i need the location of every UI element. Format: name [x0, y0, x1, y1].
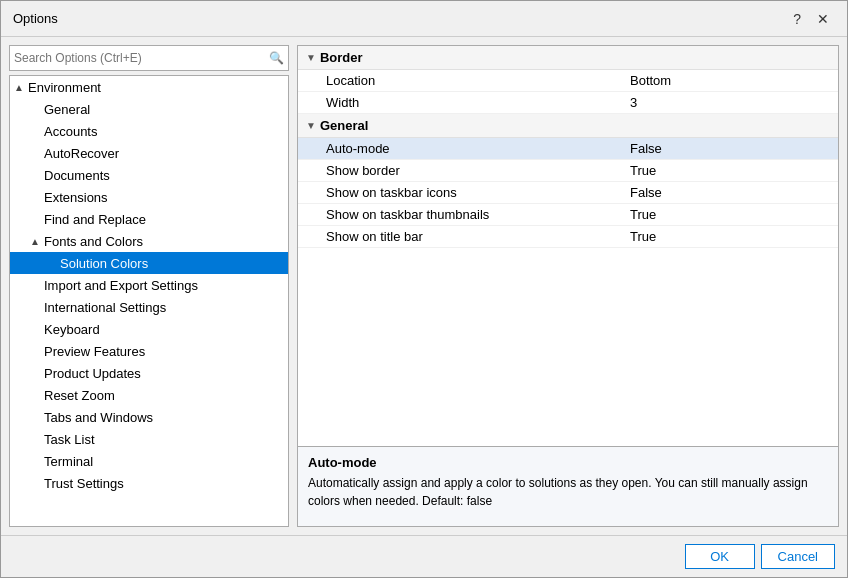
description-area: Auto-mode Automatically assign and apply… [297, 447, 839, 527]
prop-row-auto-mode[interactable]: Auto-modeFalse [298, 138, 838, 160]
prop-name-show-title-bar: Show on title bar [326, 229, 630, 244]
prop-value-show-taskbar-icons: False [630, 185, 830, 200]
left-panel: 🔍 ▲EnvironmentGeneralAccountsAutoRecover… [9, 45, 289, 527]
prop-value-location: Bottom [630, 73, 830, 88]
prop-name-show-border: Show border [326, 163, 630, 178]
tree-label-intl-settings: International Settings [44, 300, 166, 315]
prop-name-width: Width [326, 95, 630, 110]
tree-item-intl-settings[interactable]: International Settings [10, 296, 288, 318]
tree-item-product-updates[interactable]: Product Updates [10, 362, 288, 384]
prop-row-show-border[interactable]: Show borderTrue [298, 160, 838, 182]
close-button[interactable]: ✕ [811, 9, 835, 29]
tree-item-trust-settings[interactable]: Trust Settings [10, 472, 288, 494]
tree-label-preview-features: Preview Features [44, 344, 145, 359]
tree-label-general: General [44, 102, 90, 117]
tree-label-trust-settings: Trust Settings [44, 476, 124, 491]
tree-label-product-updates: Product Updates [44, 366, 141, 381]
tree-label-documents: Documents [44, 168, 110, 183]
prop-value-show-taskbar-thumbnails: True [630, 207, 830, 222]
section-toggle-general: ▼ [306, 120, 316, 131]
prop-name-location: Location [326, 73, 630, 88]
description-title: Auto-mode [308, 455, 828, 470]
prop-row-show-title-bar[interactable]: Show on title barTrue [298, 226, 838, 248]
tree-item-find-replace[interactable]: Find and Replace [10, 208, 288, 230]
ok-button[interactable]: OK [685, 544, 755, 569]
tree-item-tabs-windows[interactable]: Tabs and Windows [10, 406, 288, 428]
tree-item-keyboard[interactable]: Keyboard [10, 318, 288, 340]
prop-section-general[interactable]: ▼General [298, 114, 838, 138]
prop-value-width: 3 [630, 95, 830, 110]
prop-value-show-border: True [630, 163, 830, 178]
tree-item-fonts-colors[interactable]: ▲Fonts and Colors [10, 230, 288, 252]
tree-container: ▲EnvironmentGeneralAccountsAutoRecoverDo… [9, 75, 289, 527]
title-controls: ? ✕ [787, 9, 835, 29]
footer: OK Cancel [1, 535, 847, 577]
prop-name-show-taskbar-thumbnails: Show on taskbar thumbnails [326, 207, 630, 222]
tree-label-accounts: Accounts [44, 124, 97, 139]
right-panel: ▼BorderLocationBottomWidth3▼GeneralAuto-… [297, 45, 839, 527]
tree-item-preview-features[interactable]: Preview Features [10, 340, 288, 362]
cancel-button[interactable]: Cancel [761, 544, 835, 569]
prop-name-show-taskbar-icons: Show on taskbar icons [326, 185, 630, 200]
tree-item-solution-colors[interactable]: Solution Colors [10, 252, 288, 274]
prop-section-border[interactable]: ▼Border [298, 46, 838, 70]
tree-item-import-export[interactable]: Import and Export Settings [10, 274, 288, 296]
tree-label-keyboard: Keyboard [44, 322, 100, 337]
prop-row-location[interactable]: LocationBottom [298, 70, 838, 92]
tree-label-import-export: Import and Export Settings [44, 278, 198, 293]
prop-value-auto-mode: False [630, 141, 830, 156]
tree-item-terminal[interactable]: Terminal [10, 450, 288, 472]
title-bar: Options ? ✕ [1, 1, 847, 37]
tree-label-terminal: Terminal [44, 454, 93, 469]
options-dialog: Options ? ✕ 🔍 ▲EnvironmentGeneralAccount… [0, 0, 848, 578]
description-text: Automatically assign and apply a color t… [308, 474, 828, 510]
section-toggle-border: ▼ [306, 52, 316, 63]
tree-toggle-fonts-colors: ▲ [30, 236, 42, 247]
prop-row-show-taskbar-thumbnails[interactable]: Show on taskbar thumbnailsTrue [298, 204, 838, 226]
tree-item-accounts[interactable]: Accounts [10, 120, 288, 142]
tree-label-extensions: Extensions [44, 190, 108, 205]
tree-label-tabs-windows: Tabs and Windows [44, 410, 153, 425]
search-icon: 🔍 [269, 51, 284, 65]
main-content: 🔍 ▲EnvironmentGeneralAccountsAutoRecover… [1, 37, 847, 535]
tree-label-task-list: Task List [44, 432, 95, 447]
tree-item-autorecover[interactable]: AutoRecover [10, 142, 288, 164]
tree-item-task-list[interactable]: Task List [10, 428, 288, 450]
prop-value-show-title-bar: True [630, 229, 830, 244]
search-input[interactable] [14, 51, 269, 65]
properties-area: ▼BorderLocationBottomWidth3▼GeneralAuto-… [297, 45, 839, 447]
section-name-general: General [320, 118, 368, 133]
tree-item-documents[interactable]: Documents [10, 164, 288, 186]
tree-label-find-replace: Find and Replace [44, 212, 146, 227]
tree-item-general[interactable]: General [10, 98, 288, 120]
section-name-border: Border [320, 50, 363, 65]
tree-label-fonts-colors: Fonts and Colors [44, 234, 143, 249]
prop-row-show-taskbar-icons[interactable]: Show on taskbar iconsFalse [298, 182, 838, 204]
tree-label-autorecover: AutoRecover [44, 146, 119, 161]
tree-toggle-environment: ▲ [14, 82, 26, 93]
dialog-title: Options [13, 11, 58, 26]
tree-label-solution-colors: Solution Colors [60, 256, 148, 271]
help-button[interactable]: ? [787, 9, 807, 29]
tree-item-extensions[interactable]: Extensions [10, 186, 288, 208]
tree-item-environment[interactable]: ▲Environment [10, 76, 288, 98]
search-box[interactable]: 🔍 [9, 45, 289, 71]
tree-label-environment: Environment [28, 80, 101, 95]
prop-name-auto-mode: Auto-mode [326, 141, 630, 156]
tree-item-reset-zoom[interactable]: Reset Zoom [10, 384, 288, 406]
prop-row-width[interactable]: Width3 [298, 92, 838, 114]
tree-label-reset-zoom: Reset Zoom [44, 388, 115, 403]
